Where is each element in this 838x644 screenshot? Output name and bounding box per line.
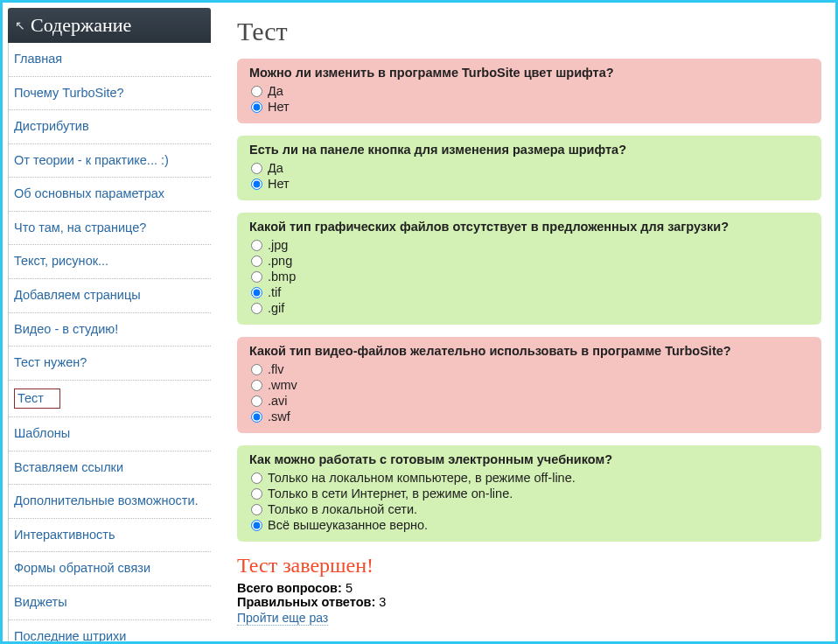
- option-radio[interactable]: [251, 86, 262, 97]
- sidebar-item[interactable]: Тест: [9, 381, 211, 418]
- option-radio[interactable]: [251, 178, 262, 190]
- option-label: .wmv: [268, 378, 297, 392]
- sidebar-item[interactable]: Дополнительные возможности.: [9, 485, 211, 519]
- question-text: Есть ли на панеле кнопка для изменения р…: [249, 143, 809, 157]
- sidebar-item[interactable]: Дистрибутив: [9, 110, 211, 144]
- results-block: Тест завершен! Всего вопросов: 5 Правиль…: [237, 554, 821, 626]
- sidebar-item-label: Текст, рисунок...: [14, 254, 108, 268]
- sidebar-item[interactable]: Последние штрихи: [9, 620, 211, 644]
- question-text: Какой тип графических файлов отсутствует…: [249, 220, 809, 234]
- option-radio[interactable]: [251, 396, 262, 407]
- option-label: Всё вышеуказанное верно.: [268, 518, 428, 532]
- sidebar-item[interactable]: Интерактивность: [9, 519, 211, 553]
- sidebar-item[interactable]: Главная: [9, 43, 211, 77]
- option-radio[interactable]: [251, 364, 262, 375]
- option-label: Только в локальной сети.: [268, 502, 417, 516]
- sidebar-item-label: Об основных параметрах: [14, 186, 164, 200]
- option-row[interactable]: Только в сети Интернет, в режиме on-line…: [249, 486, 809, 501]
- option-radio[interactable]: [251, 520, 262, 531]
- main-content: Тест Можно ли изменить в программе Turbo…: [211, 8, 828, 636]
- question-block: Есть ли на панеле кнопка для изменения р…: [237, 136, 821, 200]
- question-block: Как можно работать с готовым электронным…: [237, 445, 821, 542]
- option-row[interactable]: Да: [249, 83, 809, 99]
- option-label: .tif: [268, 285, 281, 299]
- option-row[interactable]: .jpg: [249, 237, 809, 253]
- sidebar-header: ↖ Содержание: [8, 8, 211, 43]
- sidebar-item-label: Тест: [14, 388, 60, 410]
- sidebar-item[interactable]: Вставляем ссылки: [9, 452, 211, 486]
- option-radio[interactable]: [251, 472, 262, 484]
- option-row[interactable]: Нет: [249, 176, 809, 192]
- result-total: Всего вопросов: 5: [237, 581, 821, 595]
- option-label: .jpg: [268, 238, 288, 252]
- sidebar-item-label: Формы обратной связи: [14, 561, 150, 575]
- option-row[interactable]: Только в локальной сети.: [249, 501, 809, 517]
- option-label: .png: [268, 254, 292, 268]
- sidebar-item-label: Последние штрихи: [14, 629, 126, 643]
- page-title: Тест: [237, 17, 821, 46]
- option-row[interactable]: .bmp: [249, 269, 809, 284]
- sidebar-item[interactable]: Видео - в студию!: [9, 313, 211, 347]
- option-label: .gif: [268, 301, 284, 315]
- option-label: .avi: [268, 394, 288, 408]
- option-radio[interactable]: [251, 287, 262, 298]
- option-row[interactable]: .gif: [249, 300, 809, 316]
- option-radio[interactable]: [251, 240, 262, 251]
- option-row[interactable]: .swf: [249, 409, 809, 424]
- option-row[interactable]: Всё вышеуказанное верно.: [249, 517, 809, 533]
- option-row[interactable]: Нет: [249, 99, 809, 115]
- sidebar-title: Содержание: [31, 14, 131, 37]
- option-radio[interactable]: [251, 411, 262, 423]
- option-label: .flv: [268, 362, 284, 376]
- sidebar-item[interactable]: Виджеты: [9, 586, 211, 620]
- option-row[interactable]: .png: [249, 253, 809, 269]
- option-row[interactable]: Только на локальном компьютере, в режиме…: [249, 470, 809, 486]
- question-block: Можно ли изменить в программе TurboSite …: [237, 59, 821, 123]
- sidebar: ↖ Содержание ГлавнаяПочему TurboSite?Дис…: [8, 8, 211, 636]
- sidebar-item[interactable]: Формы обратной связи: [9, 552, 211, 586]
- option-radio[interactable]: [251, 380, 262, 391]
- option-radio[interactable]: [251, 303, 262, 314]
- sidebar-item-label: Тест нужен?: [14, 355, 87, 369]
- option-row[interactable]: .flv: [249, 361, 809, 377]
- option-label: Нет: [268, 100, 290, 114]
- sidebar-item[interactable]: Добавляем страницы: [9, 279, 211, 313]
- question-text: Как можно работать с готовым электронным…: [249, 452, 809, 466]
- app-frame: ↖ Содержание ГлавнаяПочему TurboSite?Дис…: [0, 0, 838, 644]
- option-row[interactable]: .tif: [249, 284, 809, 300]
- sidebar-item[interactable]: Об основных параметрах: [9, 178, 211, 212]
- option-radio[interactable]: [251, 163, 262, 174]
- option-label: Да: [268, 84, 283, 98]
- option-radio[interactable]: [251, 256, 262, 267]
- sidebar-item[interactable]: Шаблоны: [9, 417, 211, 452]
- result-title: Тест завершен!: [237, 554, 821, 578]
- option-row[interactable]: Да: [249, 160, 809, 176]
- option-row[interactable]: .avi: [249, 393, 809, 409]
- sidebar-item-label: Дистрибутив: [14, 119, 89, 133]
- option-label: Да: [268, 161, 283, 175]
- result-correct: Правильных ответов: 3: [237, 595, 821, 609]
- question-block: Какой тип видео-файлов желательно исполь…: [237, 337, 821, 433]
- retry-link[interactable]: Пройти еще раз: [237, 611, 328, 626]
- option-radio[interactable]: [251, 488, 262, 500]
- sidebar-item[interactable]: От теории - к практике... :): [9, 144, 211, 178]
- sidebar-item-label: От теории - к практике... :): [14, 153, 169, 167]
- question-text: Какой тип видео-файлов желательно исполь…: [249, 344, 809, 358]
- sidebar-item[interactable]: Тест нужен?: [9, 346, 211, 381]
- sidebar-item[interactable]: Текст, рисунок...: [9, 245, 211, 279]
- option-row[interactable]: .wmv: [249, 377, 809, 393]
- option-radio[interactable]: [251, 271, 262, 283]
- question-block: Какой тип графических файлов отсутствует…: [237, 213, 821, 325]
- sidebar-item-label: Вставляем ссылки: [14, 460, 123, 474]
- cursor-icon: ↖: [15, 18, 25, 33]
- sidebar-item-label: Дополнительные возможности.: [14, 494, 199, 508]
- option-radio[interactable]: [251, 102, 262, 113]
- sidebar-item-label: Главная: [14, 52, 62, 66]
- option-radio[interactable]: [251, 504, 262, 515]
- sidebar-item[interactable]: Почему TurboSite?: [9, 77, 211, 111]
- question-text: Можно ли изменить в программе TurboSite …: [249, 66, 809, 80]
- sidebar-item[interactable]: Что там, на странице?: [9, 212, 211, 246]
- sidebar-item-label: Что там, на странице?: [14, 220, 146, 234]
- option-label: Только в сети Интернет, в режиме on-line…: [268, 486, 513, 500]
- option-label: .swf: [268, 410, 290, 424]
